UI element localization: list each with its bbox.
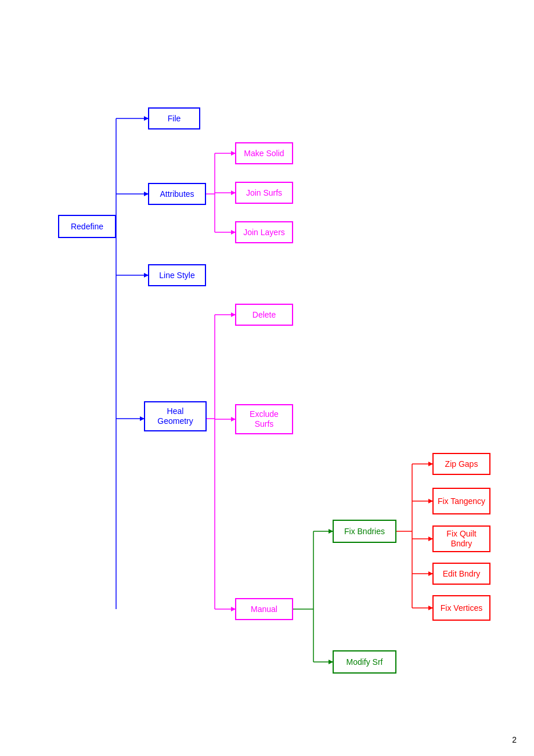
modify-srf-node: Modify Srf <box>333 650 396 674</box>
file-node: File <box>148 107 200 129</box>
join-surfs-node: Join Surfs <box>235 182 293 204</box>
redefine-node: Redefine <box>58 215 116 238</box>
fix-bndries-node: Fix Bndries <box>333 520 396 543</box>
join-layers-node: Join Layers <box>235 221 293 243</box>
fix-vertices-node: Fix Vertices <box>432 595 490 621</box>
attributes-node: Attributes <box>148 183 206 205</box>
heal-geometry-node: Heal Geometry <box>144 401 207 431</box>
zip-gaps-node: Zip Gaps <box>432 453 490 475</box>
fix-tangency-node: Fix Tangency <box>432 488 490 514</box>
make-solid-node: Make Solid <box>235 142 293 164</box>
diagram: Redefine File Attributes Line Style Heal… <box>0 0 534 756</box>
delete-node: Delete <box>235 304 293 326</box>
fix-quilt-bndry-node: Fix Quilt Bndry <box>432 525 490 552</box>
edit-bndry-node: Edit Bndry <box>432 563 490 585</box>
exclude-surfs-node: Exclude Surfs <box>235 404 293 434</box>
page-number: 2 <box>512 735 517 744</box>
line-style-node: Line Style <box>148 264 206 286</box>
connector-lines <box>0 0 534 756</box>
manual-node: Manual <box>235 598 293 620</box>
